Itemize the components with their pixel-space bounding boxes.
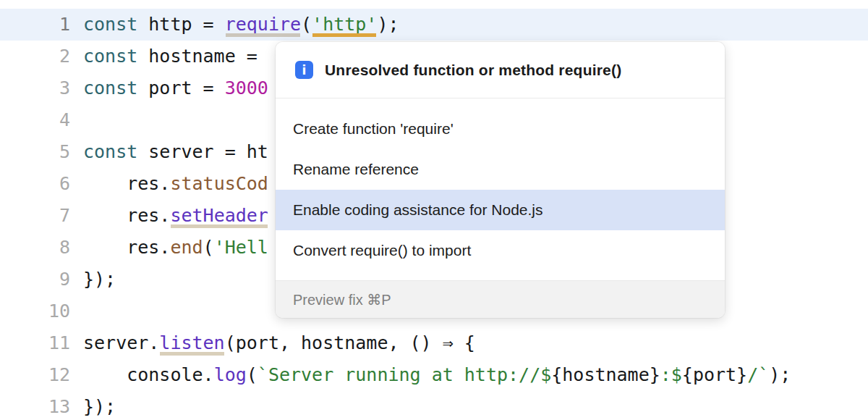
line-number: 10: [0, 295, 70, 327]
line-number: 7: [0, 200, 70, 232]
code-token: listen: [159, 332, 224, 353]
code-text: res.end('Hell: [83, 232, 268, 264]
code-text: res.setHeader: [83, 200, 268, 232]
code-line[interactable]: 1const http = require('http');: [0, 9, 868, 41]
code-token: server = ht: [148, 141, 268, 162]
code-token: );: [377, 14, 399, 35]
code-line[interactable]: 12 console.log(`Server running at http:/…: [0, 359, 868, 391]
code-token: console.: [83, 364, 214, 385]
code-token: (: [301, 14, 312, 35]
code-token: /`: [747, 364, 769, 385]
intention-popup: i Unresolved function or method require(…: [276, 42, 725, 318]
code-token: (: [247, 364, 258, 385]
code-text: const http = require('http');: [83, 9, 399, 41]
code-token: statusCod: [170, 173, 268, 194]
code-token: 'Hell: [214, 237, 268, 258]
code-token: res.: [83, 237, 170, 258]
code-token: :$: [660, 364, 682, 385]
line-number: 11: [0, 327, 70, 359]
code-token: `Server running at http://$: [258, 364, 551, 385]
line-number: 4: [0, 104, 70, 136]
code-text: const hostname =: [83, 41, 258, 72]
code-line[interactable]: 11server.listen(port, hostname, () ⇒ {: [0, 327, 868, 359]
code-token: setHeader: [170, 205, 268, 226]
code-text: res.statusCod: [83, 168, 268, 200]
line-number: 12: [0, 359, 70, 391]
menu-item[interactable]: Convert require() to import: [276, 230, 725, 271]
code-line[interactable]: 13});: [0, 391, 868, 420]
code-text: server.listen(port, hostname, () ⇒ {: [83, 327, 475, 359]
code-token: );: [769, 364, 791, 385]
info-icon: i: [295, 61, 313, 79]
line-number: 8: [0, 232, 70, 264]
menu-item[interactable]: Create function 'require': [276, 109, 725, 149]
line-number: 9: [0, 264, 70, 295]
code-editor[interactable]: 1const http = require('http');2const hos…: [0, 0, 868, 420]
code-token: port =: [148, 77, 224, 98]
code-token: require: [225, 14, 301, 35]
code-token: http =: [148, 14, 224, 35]
menu-item[interactable]: Enable coding assistance for Node.js: [276, 190, 725, 230]
code-text: });: [83, 391, 116, 420]
code-token: const: [83, 46, 148, 67]
code-token: end: [170, 237, 203, 258]
code-token: res.: [83, 173, 170, 194]
popup-footer[interactable]: Preview fix ⌘P: [276, 280, 725, 318]
code-token: const: [83, 77, 148, 98]
code-token: 3000: [225, 77, 268, 98]
code-text: const server = ht: [83, 136, 268, 168]
code-token: });: [83, 269, 116, 290]
code-token: 'http': [312, 14, 377, 35]
line-number: 5: [0, 136, 70, 168]
code-token: });: [83, 396, 116, 417]
code-token: res.: [83, 205, 170, 226]
code-token: {hostname}: [551, 364, 660, 385]
code-token: const: [83, 14, 148, 35]
code-token: {port}: [682, 364, 747, 385]
code-text: });: [83, 264, 116, 295]
line-number: 2: [0, 41, 70, 72]
line-number: 6: [0, 168, 70, 200]
code-token: (port, hostname, () ⇒ {: [225, 332, 475, 353]
line-number: 3: [0, 72, 70, 104]
code-token: (: [203, 237, 214, 258]
code-text: console.log(`Server running at http://${…: [83, 359, 791, 391]
line-number: 1: [0, 9, 70, 41]
popup-header: i Unresolved function or method require(…: [276, 42, 725, 98]
code-token: log: [214, 364, 247, 385]
code-token: hostname =: [148, 46, 258, 67]
code-text: const port = 3000: [83, 72, 268, 104]
menu-item[interactable]: Rename reference: [276, 149, 725, 190]
intention-menu: Create function 'require'Rename referenc…: [276, 98, 725, 280]
line-number: 13: [0, 391, 70, 420]
popup-title: Unresolved function or method require(): [325, 62, 621, 79]
code-token: const: [83, 141, 148, 162]
code-token: server.: [83, 332, 159, 353]
